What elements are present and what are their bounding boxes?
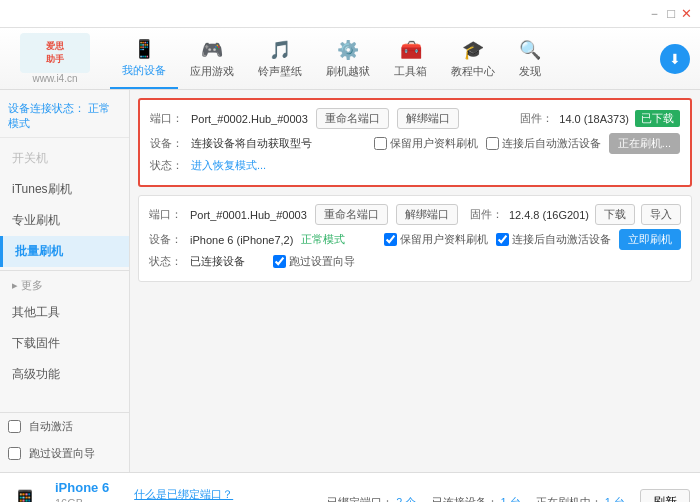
header: 爱思助手 www.i4.cn 📱 我的设备 🎮 应用游戏 🎵 铃声壁纸 ⚙️ 刷…	[0, 28, 700, 90]
auto-activate-row: 自动激活	[0, 413, 129, 440]
card1-auto-activate: 连接后自动激活设备	[486, 136, 601, 151]
sidebar-item-download-fw[interactable]: 下载固件	[0, 328, 129, 359]
stat-connected-label: 已连接设备：	[432, 496, 498, 502]
device-card-1: 端口： Port_#0002.Hub_#0003 重命名端口 解绑端口 固件： …	[138, 98, 692, 187]
nav-my-device[interactable]: 📱 我的设备	[110, 28, 178, 89]
sidebar-item-other-tools-label: 其他工具	[12, 304, 60, 321]
close-icon[interactable]: ✕	[681, 6, 692, 21]
card1-flash-btn[interactable]: 正在刷机...	[609, 133, 680, 154]
tutorial-guide-row: 跑过设置向导	[0, 440, 129, 467]
card1-auto-activate-label: 连接后自动激活设备	[502, 136, 601, 151]
auto-activate-checkbox[interactable]	[8, 420, 21, 433]
maximize-icon[interactable]: □	[667, 6, 675, 21]
sidebar-divider-1	[0, 270, 129, 271]
device-card-2: 端口： Port_#0001.Hub_#0003 重命名端口 解绑端口 固件： …	[138, 195, 692, 282]
stat-connected-devices: 已连接设备： 1 台	[432, 495, 521, 502]
stat-bound-label: 已绑定端口：	[327, 496, 393, 502]
sidebar-item-itunes-label: iTunes刷机	[12, 181, 72, 198]
device-panel-name: iPhone 6	[55, 480, 109, 495]
stat-flashing-label: 正在刷机中：	[536, 496, 602, 502]
sidebar: 设备连接状态： 正常模式 开关机 iTunes刷机 专业刷机 批量刷机 ▸ 更多…	[0, 90, 130, 472]
tutorials-icon: 🎓	[462, 39, 484, 61]
download-button[interactable]: ⬇	[660, 44, 690, 74]
card1-fw-label: 固件：	[520, 111, 553, 126]
device-panel-phone-icon: 📱	[10, 489, 40, 503]
card2-keep-user-data: 保留用户资料刷机	[384, 232, 488, 247]
sidebar-item-restart-label: 开关机	[12, 150, 48, 167]
device-panel-size: 16GB	[55, 497, 109, 503]
card1-status-label: 状态：	[150, 158, 183, 173]
sidebar-item-download-fw-label: 下载固件	[12, 335, 60, 352]
card2-keep-label: 保留用户资料刷机	[400, 232, 488, 247]
card2-firmware-section: 固件： 12.4.8 (16G201) 下载 导入	[470, 204, 681, 225]
sidebar-item-restart: 开关机	[0, 143, 129, 174]
card1-row2: 设备： 连接设备将自动获取型号 保留用户资料刷机 连接后自动激活设备 正在刷机.…	[150, 133, 680, 154]
card2-import-btn[interactable]: 导入	[641, 204, 681, 225]
sidebar-item-batch-label: 批量刷机	[15, 243, 63, 260]
sidebar-item-batch-flash[interactable]: 批量刷机	[0, 236, 129, 267]
tutorial-guide-label: 跑过设置向导	[29, 446, 95, 461]
card2-auto-activate-checkbox[interactable]	[496, 233, 509, 246]
nav-ringtones[interactable]: 🎵 铃声壁纸	[246, 28, 314, 89]
device-panel-info: iPhone 6 16GB 爱思助手	[55, 480, 109, 503]
card1-unbind-btn[interactable]: 解绑端口	[397, 108, 459, 129]
nav-ringtones-label: 铃声壁纸	[258, 64, 302, 79]
card1-row3: 状态： 进入恢复模式...	[150, 158, 680, 173]
stat-flashing: 正在刷机中： 1 台	[536, 495, 625, 502]
nav-flash[interactable]: ⚙️ 刷机越狱	[314, 28, 382, 89]
card2-download-btn[interactable]: 下载	[595, 204, 635, 225]
discover-icon: 🔍	[519, 39, 541, 61]
card2-skip-label: 跑过设置向导	[289, 254, 355, 269]
card2-unbind-btn[interactable]: 解绑端口	[396, 204, 458, 225]
card1-keep-user-data: 保留用户资料刷机	[374, 136, 478, 151]
card2-auto-activate-label: 连接后自动激活设备	[512, 232, 611, 247]
card2-skip-checkbox[interactable]	[273, 255, 286, 268]
card2-port-label: 端口：	[149, 207, 182, 222]
card1-auto-activate-checkbox[interactable]	[486, 137, 499, 150]
card1-row1: 端口： Port_#0002.Hub_#0003 重命名端口 解绑端口 固件： …	[150, 108, 680, 129]
card2-fw-value: 12.4.8 (16G201)	[509, 209, 589, 221]
device-status: 设备连接状态： 正常模式	[0, 95, 129, 138]
sidebar-item-other-tools[interactable]: 其他工具	[0, 297, 129, 328]
tutorial-guide-checkbox[interactable]	[8, 447, 21, 460]
card1-rename-btn[interactable]: 重命名端口	[316, 108, 389, 129]
card1-keep-checkbox[interactable]	[374, 137, 387, 150]
link-what-is-port[interactable]: 什么是已绑定端口？	[134, 487, 233, 502]
nav-apps-games-label: 应用游戏	[190, 64, 234, 79]
nav-apps-games[interactable]: 🎮 应用游戏	[178, 28, 246, 89]
card2-row1: 端口： Port_#0001.Hub_#0003 重命名端口 解绑端口 固件： …	[149, 204, 681, 225]
nav-discover-label: 发现	[519, 64, 541, 79]
auto-activate-label: 自动激活	[29, 419, 73, 434]
sidebar-item-pro-flash[interactable]: 专业刷机	[0, 205, 129, 236]
card2-status-label: 状态：	[149, 254, 182, 269]
ringtones-icon: 🎵	[269, 39, 291, 61]
top-bar: － □ ✕	[0, 0, 700, 28]
card2-device-value: iPhone 6 (iPhone7,2)	[190, 234, 293, 246]
nav-tutorials[interactable]: 🎓 教程中心	[439, 28, 507, 89]
nav-toolbox[interactable]: 🧰 工具箱	[382, 28, 439, 89]
sidebar-item-advanced[interactable]: 高级功能	[0, 359, 129, 390]
minimize-icon[interactable]: －	[648, 5, 661, 23]
content-area: 端口： Port_#0002.Hub_#0003 重命名端口 解绑端口 固件： …	[130, 90, 700, 472]
card2-skip-setup: 跑过设置向导	[273, 254, 355, 269]
card2-port-value: Port_#0001.Hub_#0003	[190, 209, 307, 221]
refresh-button[interactable]: 刷新	[640, 489, 690, 502]
card1-port-label: 端口：	[150, 111, 183, 126]
card1-downloaded-badge: 已下载	[635, 110, 680, 127]
device-panel-links: 什么是已绑定端口？ 为什么要解除端口？	[134, 487, 233, 503]
card2-rename-btn[interactable]: 重命名端口	[315, 204, 388, 225]
card1-device-value: 连接设备将自动获取型号	[191, 136, 312, 151]
card1-device-label: 设备：	[150, 136, 183, 151]
card1-keep-label: 保留用户资料刷机	[390, 136, 478, 151]
window-controls: － □ ✕	[648, 5, 692, 23]
sidebar-item-itunes-flash[interactable]: iTunes刷机	[0, 174, 129, 205]
stat-bound-ports: 已绑定端口： 2 个	[327, 495, 416, 502]
card2-flash-btn[interactable]: 立即刷机	[619, 229, 681, 250]
sidebar-item-advanced-label: 高级功能	[12, 366, 60, 383]
card2-device-mode: 正常模式	[301, 232, 345, 247]
main-nav: 📱 我的设备 🎮 应用游戏 🎵 铃声壁纸 ⚙️ 刷机越狱 🧰 工具箱 🎓 教程中…	[110, 28, 660, 89]
stat-bound-value: 2 个	[396, 496, 416, 502]
nav-discover[interactable]: 🔍 发现	[507, 28, 553, 89]
card2-keep-checkbox[interactable]	[384, 233, 397, 246]
sidebar-bottom: 自动激活 跑过设置向导	[0, 412, 129, 467]
